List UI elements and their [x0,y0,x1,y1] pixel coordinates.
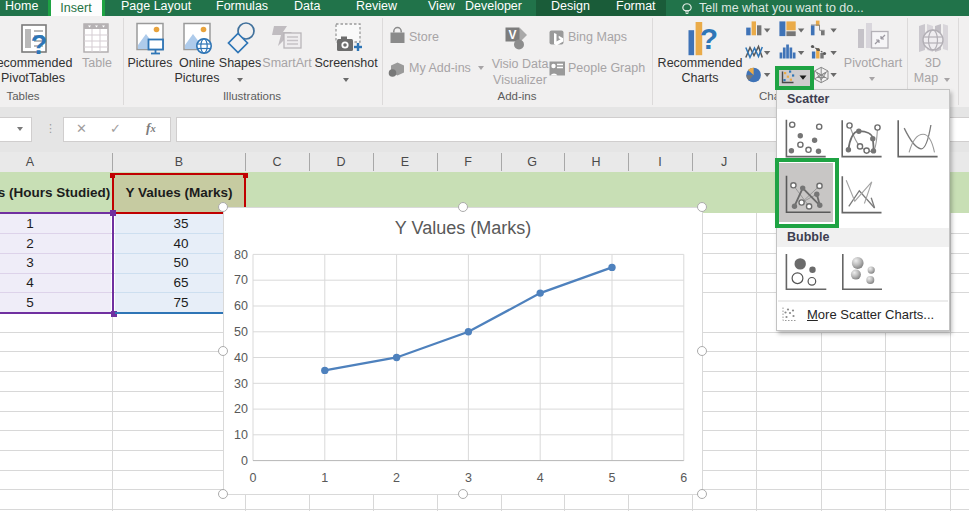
svg-text:20: 20 [234,402,248,416]
svg-text:?: ? [700,22,718,55]
svg-text:1: 1 [321,471,328,485]
svg-text:V: V [508,28,516,42]
svg-text:60: 60 [234,299,248,313]
svg-text:40: 40 [234,351,248,365]
svg-text:0: 0 [241,454,248,468]
svg-text:0: 0 [250,471,257,485]
svg-text:6: 6 [680,471,687,485]
svg-text:70: 70 [234,273,248,287]
svg-text:Y Values (Marks): Y Values (Marks) [395,218,531,238]
svg-text:4: 4 [537,471,544,485]
svg-text:5: 5 [609,471,616,485]
svg-text:2: 2 [393,471,400,485]
svg-text:80: 80 [234,248,248,262]
svg-text:3: 3 [465,471,472,485]
svg-text:10: 10 [234,428,248,442]
svg-text:30: 30 [234,377,248,391]
svg-text:50: 50 [234,325,248,339]
